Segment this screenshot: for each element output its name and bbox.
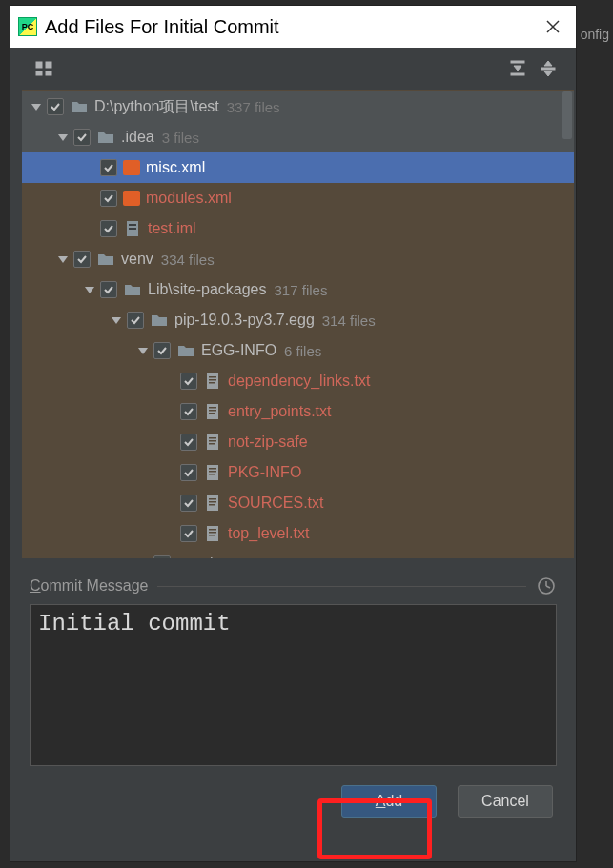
- svg-marker-7: [514, 66, 521, 71]
- group-by-icon: [35, 60, 52, 77]
- svg-rect-53: [209, 535, 215, 536]
- svg-rect-8: [511, 73, 524, 75]
- tree-row[interactable]: top_level.txt: [22, 518, 574, 549]
- text-file-icon: [203, 524, 222, 543]
- tree-row[interactable]: pip308 files: [22, 549, 574, 558]
- svg-rect-6: [511, 61, 524, 63]
- tree-row[interactable]: dependency_links.txt: [22, 366, 574, 396]
- tree-row[interactable]: SOURCES.txt: [22, 488, 574, 518]
- tree-row[interactable]: venv334 files: [22, 244, 574, 274]
- folder-icon: [96, 128, 115, 147]
- svg-rect-4: [36, 71, 42, 75]
- text-file-icon: [203, 402, 222, 421]
- dialog-button-row: Add Cancel: [10, 766, 576, 835]
- svg-marker-12: [31, 104, 41, 111]
- checkbox[interactable]: [180, 373, 197, 390]
- svg-marker-22: [112, 317, 121, 324]
- tree-row[interactable]: not-zip-safe: [22, 427, 574, 457]
- checkbox[interactable]: [180, 495, 197, 512]
- tree-row[interactable]: entry_points.txt: [22, 396, 574, 427]
- svg-marker-20: [58, 256, 68, 263]
- checkbox[interactable]: [153, 555, 171, 558]
- checkbox[interactable]: [180, 403, 197, 420]
- tree-row[interactable]: pip-19.0.3-py3.7.egg314 files: [22, 305, 574, 335]
- chevron-down-icon[interactable]: [134, 555, 152, 558]
- checkbox[interactable]: [180, 464, 197, 481]
- checkbox[interactable]: [100, 281, 117, 298]
- checkbox[interactable]: [180, 525, 197, 542]
- tree-scrollbar[interactable]: [562, 91, 572, 139]
- svg-rect-28: [209, 382, 215, 384]
- checkbox[interactable]: [73, 129, 91, 146]
- svg-marker-9: [544, 61, 552, 66]
- expand-all-icon: [509, 60, 526, 77]
- svg-rect-18: [129, 224, 136, 226]
- checkbox[interactable]: [47, 98, 64, 115]
- svg-rect-38: [209, 443, 215, 445]
- checkbox[interactable]: [73, 251, 91, 268]
- node-label: Lib\site-packages: [148, 281, 267, 298]
- commit-message-label: Commit Message: [30, 577, 148, 595]
- titlebar: PC Add Files For Initial Commit: [10, 6, 576, 48]
- node-meta: 6 files: [284, 343, 321, 359]
- svg-rect-40: [207, 465, 218, 480]
- collapse-all-button[interactable]: [536, 56, 561, 81]
- chevron-down-icon[interactable]: [108, 312, 125, 329]
- dialog-title: Add Files For Initial Commit: [45, 16, 540, 38]
- commit-history-button[interactable]: [536, 575, 557, 596]
- tree-row[interactable]: modules.xml: [22, 183, 574, 213]
- checkbox[interactable]: [100, 220, 117, 237]
- commit-message-header: Commit Message: [10, 558, 576, 604]
- expand-all-button[interactable]: [505, 56, 530, 81]
- svg-rect-36: [209, 437, 216, 439]
- node-label: venv: [121, 251, 153, 268]
- svg-rect-10: [541, 68, 555, 70]
- tree-row[interactable]: Lib\site-packages317 files: [22, 274, 574, 305]
- tree-row[interactable]: misc.xml: [22, 152, 574, 183]
- xml-file-icon: [123, 191, 140, 206]
- tree-row[interactable]: PKG-INFO: [22, 457, 574, 488]
- svg-rect-32: [209, 410, 216, 412]
- node-meta: 317 files: [275, 282, 328, 298]
- text-file-icon: [203, 433, 222, 452]
- cancel-button[interactable]: Cancel: [458, 785, 553, 818]
- svg-rect-26: [209, 376, 216, 378]
- node-label: top_level.txt: [228, 525, 309, 542]
- node-label: test.iml: [148, 220, 196, 237]
- tree-row[interactable]: EGG-INFO6 files: [22, 335, 574, 366]
- close-button[interactable]: [540, 13, 566, 40]
- node-label: pip: [201, 555, 221, 558]
- node-meta: 308 files: [229, 556, 282, 559]
- folder-icon: [150, 311, 169, 330]
- chevron-down-icon[interactable]: [54, 251, 72, 268]
- tree-row[interactable]: D:\python项目\test337 files: [22, 91, 574, 122]
- node-label: not-zip-safe: [228, 434, 308, 451]
- add-button[interactable]: Add: [341, 785, 437, 818]
- checkbox[interactable]: [153, 342, 171, 359]
- checkbox[interactable]: [100, 190, 117, 207]
- checkbox[interactable]: [127, 312, 144, 329]
- chevron-down-icon[interactable]: [54, 129, 72, 146]
- svg-rect-3: [46, 62, 51, 68]
- node-label: entry_points.txt: [228, 403, 332, 420]
- node-meta: 337 files: [227, 99, 280, 115]
- svg-marker-11: [544, 71, 552, 76]
- checkbox[interactable]: [100, 159, 117, 176]
- commit-message-input[interactable]: [30, 604, 557, 766]
- group-by-button[interactable]: [31, 56, 56, 81]
- tree-row[interactable]: .idea3 files: [22, 122, 574, 152]
- tree-row[interactable]: test.iml: [22, 213, 574, 244]
- svg-rect-46: [209, 498, 216, 500]
- pycharm-app-icon: PC: [18, 17, 37, 36]
- checkbox[interactable]: [180, 434, 197, 451]
- chevron-down-icon[interactable]: [28, 98, 45, 115]
- svg-marker-13: [58, 134, 68, 141]
- svg-rect-48: [209, 504, 215, 506]
- chevron-down-icon[interactable]: [134, 342, 152, 359]
- svg-rect-52: [209, 532, 216, 534]
- folder-icon: [176, 341, 195, 360]
- node-label: SOURCES.txt: [228, 495, 323, 512]
- file-tree[interactable]: D:\python项目\test337 files.idea3 filesmis…: [22, 90, 574, 558]
- chevron-down-icon[interactable]: [81, 281, 98, 298]
- history-icon: [537, 576, 556, 595]
